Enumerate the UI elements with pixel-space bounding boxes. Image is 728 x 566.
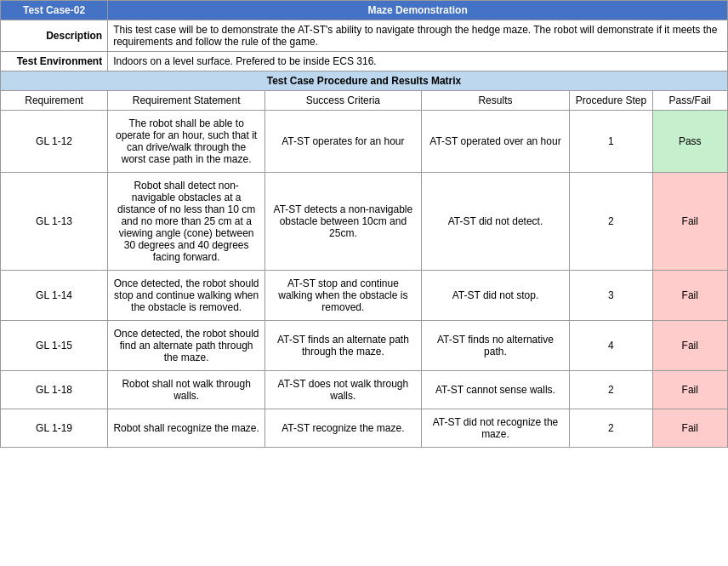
req-statement: Robot shall detect non-navigable obstacl… <box>108 173 265 271</box>
procedure-step: 2 <box>570 409 652 448</box>
table-row: GL 1-12 The robot shall be able to opera… <box>1 111 728 173</box>
req-statement: Once detected, the robot should stop and… <box>108 271 265 321</box>
main-table: Test Case-02 Maze Demonstration Descript… <box>0 0 728 448</box>
procedure-step: 2 <box>570 371 652 409</box>
procedure-header: Test Case Procedure and Results Matrix <box>1 71 728 91</box>
procedure-step: 1 <box>570 111 652 173</box>
success-criteria: AT-ST operates for an hour <box>265 111 422 173</box>
req-id: GL 1-19 <box>1 409 108 448</box>
results: AT-ST did not stop. <box>421 271 570 321</box>
pass-fail-cell: Fail <box>652 321 727 371</box>
req-id: GL 1-14 <box>1 271 108 321</box>
data-rows: GL 1-12 The robot shall be able to opera… <box>1 111 728 448</box>
description-text: This test case will be to demonstrate th… <box>108 20 728 52</box>
req-statement: Once detected, the robot should find an … <box>108 321 265 371</box>
procedure-header-row: Test Case Procedure and Results Matrix <box>1 71 728 91</box>
req-id: GL 1-15 <box>1 321 108 371</box>
table-row: GL 1-18 Robot shall not walk through wal… <box>1 371 728 409</box>
col-pass-fail: Pass/Fail <box>652 91 727 111</box>
table-row: GL 1-15 Once detected, the robot should … <box>1 321 728 371</box>
success-criteria: AT-ST recognize the maze. <box>265 409 422 448</box>
test-case-title: Maze Demonstration <box>108 1 728 20</box>
column-headers-row: Requirement Requirement Statement Succes… <box>1 91 728 111</box>
table-row: GL 1-19 Robot shall recognize the maze. … <box>1 409 728 448</box>
pass-fail-cell: Fail <box>652 371 727 409</box>
test-environment-value: Indoors on a level surface. Prefered to … <box>108 52 728 71</box>
pass-fail-cell: Fail <box>652 173 727 271</box>
pass-fail-cell: Pass <box>652 111 727 173</box>
procedure-step: 3 <box>570 271 652 321</box>
results: AT-ST did not recognize the maze. <box>421 409 570 448</box>
req-id: GL 1-12 <box>1 111 108 173</box>
table-row: GL 1-13 Robot shall detect non-navigable… <box>1 173 728 271</box>
description-row: Description This test case will be to de… <box>1 20 728 52</box>
success-criteria: AT-ST finds an alternate path through th… <box>265 321 422 371</box>
results: AT-ST finds no alternative path. <box>421 321 570 371</box>
test-case-label: Test Case-02 <box>1 1 108 20</box>
test-environment-row: Test Environment Indoors on a level surf… <box>1 52 728 71</box>
col-success-criteria: Success Criteria <box>265 91 422 111</box>
req-statement: Robot shall recognize the maze. <box>108 409 265 448</box>
table-row: GL 1-14 Once detected, the robot should … <box>1 271 728 321</box>
results: AT-ST cannot sense walls. <box>421 371 570 409</box>
req-id: GL 1-13 <box>1 173 108 271</box>
pass-fail-cell: Fail <box>652 409 727 448</box>
success-criteria: AT-ST stop and continue walking when the… <box>265 271 422 321</box>
success-criteria: AT-ST does not walk through walls. <box>265 371 422 409</box>
description-label: Description <box>1 20 108 52</box>
req-statement: Robot shall not walk through walls. <box>108 371 265 409</box>
col-results: Results <box>421 91 570 111</box>
procedure-step: 4 <box>570 321 652 371</box>
col-requirement-statement: Requirement Statement <box>108 91 265 111</box>
req-statement: The robot shall be able to operate for a… <box>108 111 265 173</box>
test-environment-label: Test Environment <box>1 52 108 71</box>
results: AT-ST did not detect. <box>421 173 570 271</box>
procedure-step: 2 <box>570 173 652 271</box>
pass-fail-cell: Fail <box>652 271 727 321</box>
header-row: Test Case-02 Maze Demonstration <box>1 1 728 20</box>
results: AT-ST operated over an hour <box>421 111 570 173</box>
col-procedure-step: Procedure Step <box>570 91 652 111</box>
req-id: GL 1-18 <box>1 371 108 409</box>
col-requirement: Requirement <box>1 91 108 111</box>
success-criteria: AT-ST detects a non-navigable obstacle b… <box>265 173 422 271</box>
